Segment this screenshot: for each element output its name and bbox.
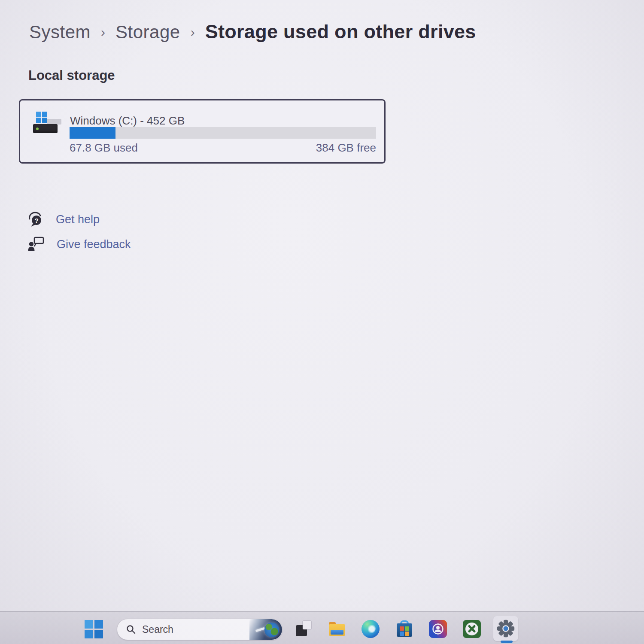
microsoft-store-button[interactable] <box>395 620 414 638</box>
task-view-button[interactable] <box>294 620 313 638</box>
page-title: Storage used on other drives <box>205 21 476 43</box>
settings-gear-icon <box>496 619 515 638</box>
get-help-link[interactable]: ? Get help <box>27 211 100 228</box>
breadcrumb-system[interactable]: System <box>29 22 91 43</box>
svg-text:?: ? <box>34 217 38 224</box>
breadcrumb-storage[interactable]: Storage <box>115 22 180 43</box>
file-explorer-button[interactable] <box>328 620 346 638</box>
os-drive-icon <box>33 112 61 135</box>
help-bubble-icon: ? <box>27 211 44 228</box>
drive-card-windows-c[interactable]: Windows (C:) - 452 GB 67.8 GB used 384 G… <box>19 99 386 164</box>
settings-window: System › Storage › Storage used on other… <box>0 0 644 644</box>
quick-assist-button[interactable] <box>428 620 447 638</box>
windows-logo-icon <box>36 112 47 123</box>
edge-button[interactable] <box>361 620 380 638</box>
breadcrumb: System › Storage › Storage used on other… <box>29 21 476 43</box>
drive-title: Windows (C:) - 452 GB <box>70 114 185 128</box>
feedback-person-icon <box>27 236 45 252</box>
drive-used-label: 67.8 GB used <box>70 141 138 155</box>
active-app-indicator <box>501 641 513 643</box>
xbox-button[interactable] <box>462 620 481 638</box>
search-highlight-image[interactable] <box>249 619 282 640</box>
section-title-local-storage: Local storage <box>28 68 115 83</box>
drive-usage-bar <box>70 127 376 139</box>
breadcrumb-separator: › <box>191 25 195 39</box>
settings-button[interactable] <box>493 616 518 641</box>
start-button[interactable] <box>84 620 103 638</box>
globe-icon <box>264 623 279 637</box>
taskbar <box>0 611 644 644</box>
drive-usage-fill <box>70 127 115 139</box>
taskbar-search-box[interactable] <box>117 619 283 640</box>
give-feedback-link[interactable]: Give feedback <box>27 236 131 252</box>
search-icon <box>126 624 136 635</box>
give-feedback-label: Give feedback <box>57 238 131 251</box>
drive-free-label: 384 GB free <box>316 141 376 155</box>
breadcrumb-separator: › <box>101 25 105 39</box>
search-input[interactable] <box>142 624 224 635</box>
get-help-label: Get help <box>56 213 100 226</box>
